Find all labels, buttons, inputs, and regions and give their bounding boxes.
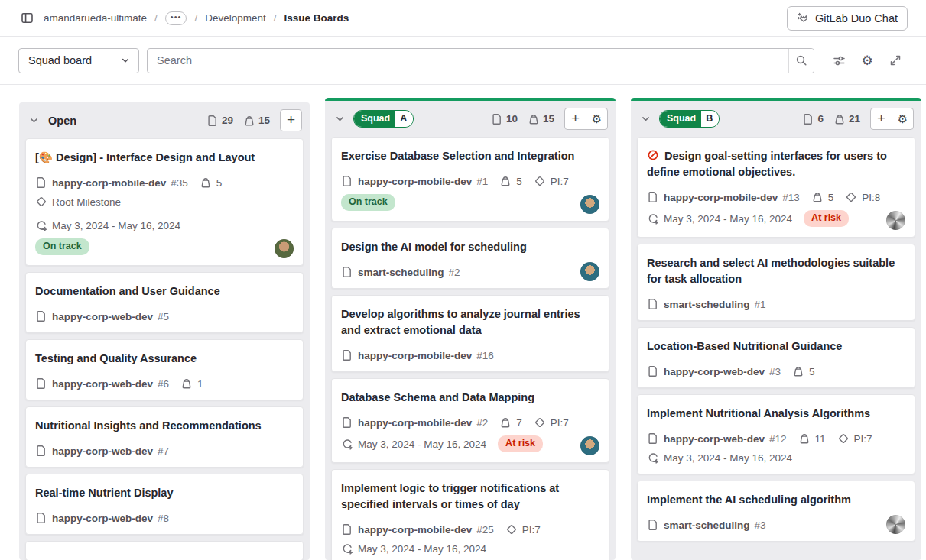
issue-card-partial[interactable] bbox=[25, 541, 304, 560]
issue-card[interactable]: Implement the AI scheduling algorithm sm… bbox=[637, 481, 915, 542]
issue-iteration: May 3, 2024 - May 16, 2024 bbox=[35, 219, 180, 231]
issue-card-title: Testing and Quality Assurance bbox=[35, 351, 294, 367]
column-title: Open bbox=[48, 115, 76, 127]
issue-card[interactable]: Design goal-setting interfaces for users… bbox=[637, 137, 915, 238]
card-meta-row: happy-corp-mobile-dev#135PI:8 bbox=[647, 191, 905, 203]
issue-icon bbox=[341, 416, 353, 429]
issue-card[interactable]: [🎨 Design] - Interface Design and Layout… bbox=[25, 138, 304, 266]
card-meta-row: happy-corp-web-dev#61 bbox=[35, 377, 294, 390]
issue-reference: smart-scheduling#1 bbox=[647, 298, 766, 310]
breadcrumb-project[interactable]: Development bbox=[205, 12, 266, 24]
column-label-scope: Squad bbox=[660, 111, 701, 127]
issue-reference: happy-corp-mobile-dev#25 bbox=[341, 523, 494, 536]
issue-card-title-text: Documentation and User Guidance bbox=[35, 285, 220, 297]
breadcrumb-ellipsis-button[interactable]: ••• bbox=[165, 11, 187, 25]
issue-weight: 5 bbox=[200, 176, 223, 189]
issue-card[interactable]: Testing and Quality Assurance happy-corp… bbox=[25, 339, 304, 400]
assignee-avatar[interactable] bbox=[886, 211, 905, 230]
board-select-dropdown[interactable]: Squad board bbox=[18, 48, 139, 73]
issue-card[interactable]: Implement Nutritional Analysis Algorithm… bbox=[637, 394, 915, 474]
duo-chat-label: GitLab Duo Chat bbox=[815, 12, 898, 24]
issue-reference: happy-corp-mobile-dev#13 bbox=[647, 191, 800, 203]
column-collapse-button[interactable] bbox=[638, 112, 653, 126]
card-meta-row: May 3, 2024 - May 16, 2024 bbox=[647, 452, 905, 464]
breadcrumb: amandarueda-ultimate / ••• / Development… bbox=[18, 9, 349, 27]
board-column: Squad B 6 21 + ⚙ Design goal-setting int… bbox=[631, 98, 921, 560]
fullscreen-button[interactable] bbox=[883, 48, 908, 73]
search-icon bbox=[795, 54, 807, 66]
assignee-avatar[interactable] bbox=[580, 195, 599, 214]
issue-card[interactable]: Research and select AI methodologies sui… bbox=[637, 244, 915, 321]
issue-weight-value: 11 bbox=[815, 433, 826, 445]
card-meta: happy-corp-mobile-dev#25PI:7May 3, 2024 … bbox=[341, 523, 599, 555]
issue-card[interactable]: Real-time Nutrient Display happy-corp-we… bbox=[25, 474, 304, 535]
column-add-issue-button[interactable]: + bbox=[564, 108, 586, 130]
column-weight-count: 21 bbox=[833, 113, 860, 125]
column-collapse-button[interactable] bbox=[27, 113, 41, 128]
card-meta: happy-corp-mobile-dev#15PI:7On track bbox=[341, 175, 599, 211]
issue-icon bbox=[341, 349, 353, 361]
assignee-avatar[interactable] bbox=[580, 436, 599, 455]
issue-icon bbox=[647, 365, 659, 377]
search-input[interactable] bbox=[148, 49, 788, 73]
weight-icon bbox=[811, 191, 824, 203]
column-collapse-button[interactable] bbox=[333, 112, 347, 126]
column-weight-count-value: 15 bbox=[258, 115, 270, 126]
card-meta-row: happy-corp-web-dev#1211PI:7 bbox=[647, 432, 905, 445]
column-actions: + bbox=[280, 109, 302, 131]
card-meta-row: smart-scheduling#3 bbox=[647, 519, 905, 531]
issue-reference: smart-scheduling#3 bbox=[647, 519, 766, 531]
breadcrumb-group[interactable]: amandarueda-ultimate bbox=[44, 12, 147, 24]
search-button[interactable] bbox=[788, 49, 814, 73]
assignee-avatar[interactable] bbox=[886, 515, 905, 534]
toolbar-actions: ⚙ bbox=[827, 48, 908, 73]
weight-icon bbox=[798, 432, 811, 445]
issue-card-title-text: Database Schema and Data Mapping bbox=[341, 391, 534, 403]
health-status-badge: At risk bbox=[804, 210, 849, 227]
breadcrumb-separator: / bbox=[194, 12, 197, 24]
issue-reference-path: happy-corp-mobile-dev bbox=[664, 192, 778, 203]
issue-reference-id: #1 bbox=[476, 176, 488, 187]
milestone-icon bbox=[35, 196, 47, 208]
column-settings-button[interactable]: ⚙ bbox=[586, 108, 608, 130]
column-settings-button[interactable]: ⚙ bbox=[892, 108, 914, 130]
issue-card[interactable]: Nutritional Insights and Recommendations… bbox=[25, 406, 304, 468]
issue-card[interactable]: Documentation and User Guidance happy-co… bbox=[25, 272, 304, 333]
issue-card-title-text: Exercise Database Selection and Integrat… bbox=[341, 150, 574, 162]
column-label-value: A bbox=[395, 111, 413, 127]
issue-reference-path: happy-corp-web-dev bbox=[52, 445, 153, 457]
issue-card-title: Research and select AI methodologies sui… bbox=[647, 255, 905, 287]
column-add-issue-button[interactable]: + bbox=[280, 109, 302, 131]
issue-card-title-text: Design goal-setting interfaces for users… bbox=[647, 150, 887, 178]
card-meta-row: On track bbox=[341, 194, 599, 211]
filter-settings-button[interactable] bbox=[827, 48, 851, 73]
issue-iteration-dates: May 3, 2024 - May 16, 2024 bbox=[358, 439, 486, 450]
issue-card[interactable]: Design the AI model for scheduling smart… bbox=[331, 228, 609, 289]
issue-card[interactable]: Database Schema and Data Mapping happy-c… bbox=[331, 378, 609, 463]
assignee-avatar[interactable] bbox=[275, 239, 294, 258]
issue-board: Open 29 15 + [🎨 Design] - Interface Desi… bbox=[0, 85, 926, 560]
column-weight-count: 15 bbox=[528, 113, 554, 125]
issue-iteration-dates: May 3, 2024 - May 16, 2024 bbox=[358, 543, 486, 555]
breadcrumb-bar: amandarueda-ultimate / ••• / Development… bbox=[0, 0, 926, 37]
column-add-issue-button[interactable]: + bbox=[870, 108, 892, 130]
issue-icon bbox=[341, 266, 353, 278]
duo-chat-button[interactable]: GitLab Duo Chat bbox=[787, 6, 908, 31]
issue-reference: happy-corp-mobile-dev#1 bbox=[341, 175, 488, 187]
column-card-list: Exercise Database Selection and Integrat… bbox=[325, 137, 616, 560]
issue-card[interactable]: Implement logic to trigger notifications… bbox=[331, 469, 609, 560]
iteration-icon bbox=[647, 212, 659, 225]
issue-card-title-text: Implement Nutritional Analysis Algorithm… bbox=[647, 407, 870, 419]
issue-card[interactable]: Develop algorithms to analyze journal en… bbox=[331, 295, 609, 372]
column-label-scope: Squad bbox=[354, 111, 395, 127]
card-meta-row: May 3, 2024 - May 16, 2024 bbox=[341, 542, 599, 555]
issue-icon bbox=[647, 432, 659, 445]
sidebar-toggle-button[interactable] bbox=[18, 9, 36, 27]
column-issue-count: 29 bbox=[206, 115, 233, 127]
issue-card-title-text: Nutritional Insights and Recommendations bbox=[35, 419, 262, 432]
assignee-avatar[interactable] bbox=[580, 262, 599, 281]
weight-icon bbox=[792, 365, 804, 377]
issue-card[interactable]: Location-Based Nutritional Guidance happ… bbox=[637, 327, 915, 388]
issue-card[interactable]: Exercise Database Selection and Integrat… bbox=[331, 137, 609, 222]
board-settings-button[interactable]: ⚙ bbox=[855, 48, 879, 73]
